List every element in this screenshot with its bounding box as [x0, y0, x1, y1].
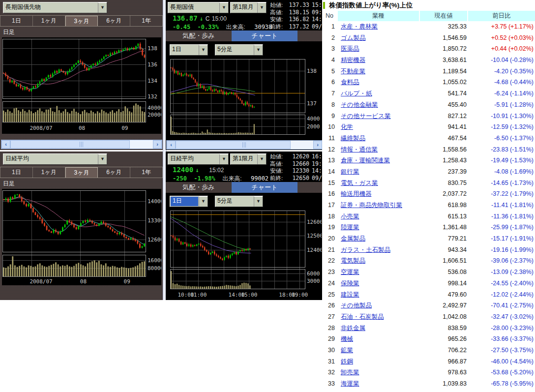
industry-link[interactable]: 石油・石炭製品	[341, 313, 384, 320]
ohlc-row: 前終:137.3209/	[270, 23, 322, 30]
chevron-down-icon[interactable]: ▼	[219, 154, 228, 164]
industry-link[interactable]: 建設業	[341, 291, 359, 298]
chevron-down-icon[interactable]: ▼	[257, 2, 266, 13]
scroll-left-icon[interactable]: ‹	[167, 141, 176, 149]
chart-scrollbar[interactable]: ‹ ›	[166, 140, 322, 150]
ohlc-label: 安値:	[270, 167, 287, 175]
industry-cell: 建設業	[335, 289, 419, 301]
scrollbar-thumb[interactable]	[10, 140, 130, 149]
change-value: -6.24 (-1.14%)	[467, 88, 535, 99]
industry-link[interactable]: 輸送用機器	[341, 190, 372, 197]
change-value: -13.09 (-2.38%)	[467, 267, 535, 278]
rank-number: 3	[322, 43, 335, 55]
industry-link[interactable]: ガラス・土石製品	[341, 246, 390, 253]
bar-size-dropdown[interactable]: 5分足 ▼	[215, 44, 263, 56]
chevron-down-icon[interactable]: ▼	[199, 45, 208, 55]
industry-link[interactable]: パルプ・紙	[341, 90, 372, 97]
industry-link[interactable]: 卸売業	[341, 369, 359, 376]
industry-link[interactable]: 精密機器	[341, 57, 365, 63]
industry-link[interactable]: 鉱業	[341, 347, 353, 354]
tab-1month[interactable]: 1ヶ月	[33, 16, 65, 26]
tab-1year[interactable]: 1年	[130, 16, 163, 26]
chevron-down-icon[interactable]: ▼	[257, 154, 266, 164]
chevron-down-icon[interactable]: ▼	[199, 196, 208, 207]
instrument-dropdown[interactable]: 日経平均 ▼	[3, 153, 107, 165]
industry-link[interactable]: 電気製品	[341, 257, 365, 264]
tab-1day[interactable]: 1日	[0, 167, 33, 178]
industry-link[interactable]: 化学	[341, 123, 353, 130]
tab-quote-board[interactable]: 気配・歩み	[166, 182, 232, 193]
bar-type-label: 日足	[3, 28, 15, 36]
industry-link[interactable]: 医薬品	[341, 45, 359, 52]
tab-chart[interactable]: チャート	[232, 30, 297, 41]
table-row: 14銀行業237.39-4.08 (-1.69%)	[322, 166, 535, 178]
chart-scrollbar[interactable]: ‹ ›	[1, 140, 162, 149]
scrollbar-thumb[interactable]	[176, 141, 291, 149]
rank-number: 20	[322, 233, 335, 244]
industry-link[interactable]: 情報・通信業	[341, 146, 378, 153]
current-value: 830.75	[419, 178, 467, 189]
scroll-right-icon[interactable]: ›	[313, 141, 322, 149]
chevron-down-icon[interactable]: ▼	[254, 45, 263, 55]
industry-link[interactable]: 陸運業	[341, 224, 359, 231]
tab-6month[interactable]: 6ヶ月	[98, 167, 130, 178]
instrument-dropdown[interactable]: 長期国債 ▼	[168, 2, 229, 13]
interval-dropdown[interactable]: 1日 ▼	[170, 44, 208, 56]
industry-link[interactable]: 電気・ガス業	[341, 180, 378, 186]
industry-link[interactable]: 不動産業	[341, 68, 365, 75]
chevron-down-icon[interactable]: ▼	[219, 2, 228, 13]
interval-dropdown[interactable]: 1日 ▼	[170, 196, 208, 207]
tab-quote-board[interactable]: 気配・歩み	[166, 30, 232, 41]
current-value: 998.14	[419, 278, 467, 289]
volume-label: 出来高:	[226, 24, 245, 30]
instrument-dropdown[interactable]: 長期国債先物 ▼	[3, 2, 107, 13]
industry-link[interactable]: その他製品	[341, 302, 372, 309]
rank-number: 10	[322, 121, 335, 133]
tab-3month[interactable]: 3ヶ月	[65, 167, 98, 178]
bar-size-dropdown[interactable]: 5分足 ▼	[215, 196, 263, 207]
tab-1month[interactable]: 1ヶ月	[33, 167, 65, 178]
industry-link[interactable]: 海運業	[341, 380, 359, 387]
industry-link[interactable]: 銀行業	[341, 168, 359, 175]
chevron-down-icon[interactable]: ▼	[254, 196, 263, 207]
current-value: 706.22	[419, 345, 467, 356]
ranking-rows: 1水産・農林業325.33+3.75 (+1.17%)2ゴム製品1,546.59…	[322, 21, 535, 390]
industry-link[interactable]: 小売業	[341, 213, 359, 220]
industry-link[interactable]: 保険業	[341, 280, 359, 287]
scrollbar-track[interactable]	[176, 141, 313, 149]
industry-link[interactable]: ゴム製品	[341, 34, 366, 41]
scrollbar-track[interactable]	[10, 140, 153, 149]
industry-link[interactable]: 証券・商品先物取引業	[341, 202, 402, 209]
industry-link[interactable]: その他金融業	[341, 101, 378, 108]
scroll-right-icon[interactable]: ›	[153, 140, 162, 149]
ohlc-value: 12660	[287, 160, 309, 168]
industry-link[interactable]: 機械	[341, 335, 353, 342]
rank-number: 11	[322, 133, 335, 144]
scroll-left-icon[interactable]: ‹	[1, 140, 10, 149]
last-price: 12400	[173, 166, 193, 174]
instrument-dropdown[interactable]: 日経平均 ▼	[168, 153, 229, 165]
tab-1year[interactable]: 1年	[130, 167, 163, 178]
contract-month-dropdown[interactable]: 第1限月 ▼	[230, 2, 267, 13]
table-row: 9その他サービス業827.12-10.91 (-1.30%)	[322, 111, 535, 122]
industry-link[interactable]: 倉庫・運輸関連業	[341, 157, 390, 164]
industry-link[interactable]: 食料品	[341, 79, 359, 86]
tab-chart[interactable]: チャート	[232, 182, 297, 193]
industry-link[interactable]: 金属製品	[341, 235, 365, 242]
contract-month-dropdown[interactable]: 第1限月 ▼	[230, 153, 267, 165]
current-value: 978.63	[419, 367, 467, 378]
industry-link[interactable]: 空運業	[341, 269, 359, 275]
industry-link[interactable]: 非鉄金属	[341, 325, 365, 332]
tab-6month[interactable]: 6ヶ月	[98, 16, 130, 26]
svg-text:134: 134	[148, 78, 157, 84]
industry-link[interactable]: 水産・農林業	[341, 23, 378, 30]
chevron-down-icon[interactable]: ▼	[98, 2, 107, 13]
industry-link[interactable]: 繊維製品	[341, 135, 365, 142]
chevron-down-icon[interactable]: ▼	[98, 154, 107, 164]
tab-1day[interactable]: 1日	[0, 16, 33, 26]
contract-dropdown-value: 第1限月	[231, 2, 257, 13]
industry-link[interactable]: その他サービス業	[341, 113, 390, 120]
industry-link[interactable]: 鉄鋼	[341, 358, 353, 365]
industry-cell: その他製品	[335, 300, 419, 311]
tab-3month[interactable]: 3ヶ月	[65, 16, 98, 26]
